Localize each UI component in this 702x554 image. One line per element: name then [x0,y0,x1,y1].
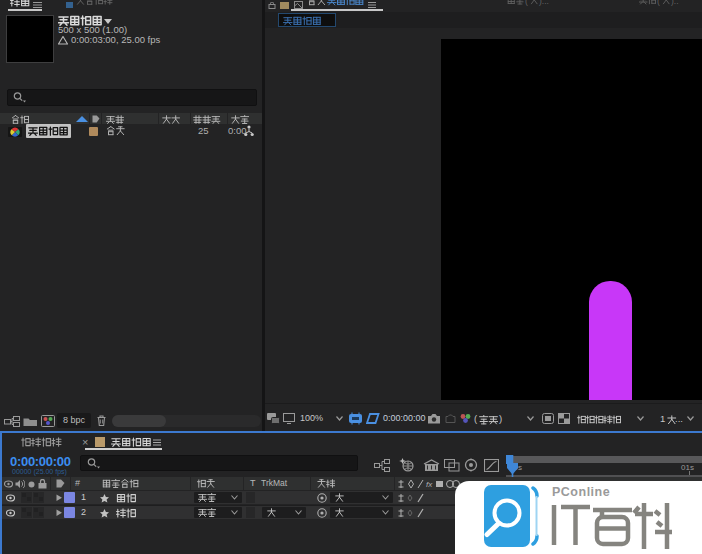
svg-text:fx: fx [426,480,433,489]
